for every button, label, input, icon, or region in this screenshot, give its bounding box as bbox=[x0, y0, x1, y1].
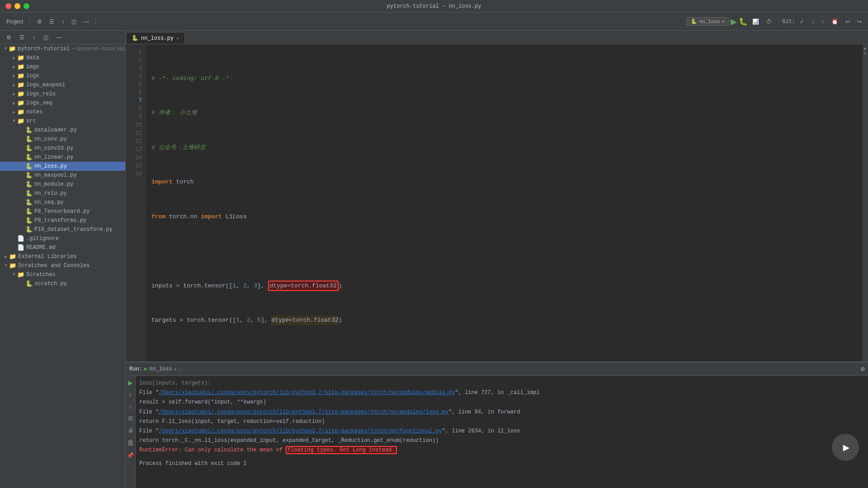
line-num-3: 3 bbox=[126, 64, 146, 72]
git-history-button[interactable]: ⏰ bbox=[829, 17, 841, 26]
console-line-1: File "/Users/xiaotudui/.conda/envs/pytor… bbox=[139, 388, 828, 398]
sidebar-item-nn-seq[interactable]: 🐍 nn_seq.py bbox=[0, 198, 125, 207]
sidebar-item-nn-relu[interactable]: 🐍 nn_relu.py bbox=[0, 189, 125, 198]
sort-button[interactable]: ↕ bbox=[59, 17, 67, 26]
sidebar-scroll-button[interactable]: ↕ bbox=[30, 33, 38, 42]
folder-icon-scratches: 📁 bbox=[17, 271, 24, 278]
sidebar-item-P10[interactable]: 🐍 P10_dataset_transform.py bbox=[0, 225, 125, 234]
sidebar-item-scratches-and-consoles[interactable]: ▼ 📁 Scratches and Consoles bbox=[0, 261, 125, 270]
run-label-area: Run: ▶ nn_loss ✕ bbox=[126, 366, 181, 372]
git-check-button[interactable]: ✓ bbox=[797, 17, 807, 26]
sidebar-label-src: src bbox=[26, 118, 36, 124]
git-update-button[interactable]: ↓ bbox=[809, 17, 817, 26]
code-line-9 bbox=[151, 351, 857, 359]
code-text-5a: torch.nn bbox=[165, 212, 201, 221]
py-icon-P9: 🐍 bbox=[25, 217, 33, 224]
coverage-button[interactable]: 📊 bbox=[750, 17, 762, 26]
sidebar-settings-button[interactable]: ⚙ bbox=[4, 33, 14, 42]
bottom-settings-button[interactable]: ⚙ bbox=[858, 365, 868, 374]
run-config-selector[interactable]: 🐍 nn_loss ▾ bbox=[687, 17, 729, 26]
code-editor[interactable]: 1 2 3 4 5 6 7 8 9 10 11 12 13 14 15 16 bbox=[126, 44, 868, 361]
sidebar-item-pytorch-tutorial[interactable]: ▼ 📁 pytorch-tutorial ~/pytorch-tutorial bbox=[0, 44, 125, 53]
sidebar-item-notes[interactable]: ▶ 📁 notes bbox=[0, 108, 125, 117]
minimize-window-button[interactable] bbox=[14, 3, 20, 9]
sidebar-label-nn-conv: nn_conv.py bbox=[34, 136, 67, 142]
console-link-functional[interactable]: /Users/xiaotudui/.conda/envs/pytorch/lib… bbox=[159, 428, 442, 434]
sidebar-item-data[interactable]: ▶ 📁 data bbox=[0, 53, 125, 62]
kw-from-5: from bbox=[151, 212, 165, 221]
list-view-button[interactable]: ☰ bbox=[47, 17, 57, 26]
sidebar-label-readme: README.md bbox=[26, 244, 56, 251]
run-print-button[interactable]: 🖨 bbox=[126, 426, 136, 435]
run-scroll-down-button[interactable]: ↓ bbox=[127, 402, 135, 411]
profile-button[interactable]: ⏱ bbox=[764, 17, 774, 26]
maximize-window-button[interactable] bbox=[24, 3, 29, 9]
sidebar-item-nn-loss[interactable]: 🐍 nn_loss.py bbox=[0, 162, 125, 171]
project-button[interactable]: Project bbox=[4, 17, 26, 26]
console-link-loss[interactable]: /Users/xiaotudui/.conda/envs/pytorch/lib… bbox=[159, 409, 448, 415]
sidebar-item-logs-seq[interactable]: ▶ 📁 logs_seq bbox=[0, 99, 125, 108]
sidebar-layout-button[interactable]: ☰ bbox=[17, 33, 27, 42]
tab-nn-loss[interactable]: 🐍 nn_loss.py ✕ bbox=[126, 32, 185, 44]
git-label: Git: bbox=[782, 19, 795, 25]
sidebar-label-logs-seq: logs_seq bbox=[26, 100, 52, 106]
sidebar-item-logs-maxpool[interactable]: ▶ 📁 logs_maxpool bbox=[0, 80, 125, 89]
main-area: ⚙ ☰ ↕ ◫ — ▼ 📁 pytorch-tutorial ~/pytorch… bbox=[0, 31, 868, 488]
sidebar-item-dataloader[interactable]: 🐍 dataloader.py bbox=[0, 126, 125, 135]
sidebar-item-imgs[interactable]: ▶ 📁 imgs bbox=[0, 62, 125, 71]
code-text-2: # 作者： 小土堆 bbox=[151, 108, 197, 117]
video-play-button[interactable]: ▶ bbox=[832, 434, 859, 461]
sidebar-item-scratch-py[interactable]: 🐍 scratch.py bbox=[0, 279, 125, 288]
redo-button[interactable]: ↪ bbox=[854, 17, 864, 26]
right-scrollbar[interactable]: ▲ 1 bbox=[863, 44, 868, 361]
run-section: 🐍 nn_loss ▾ ▶ 🐛 📊 ⏱ Git: ✓ ↓ ↑ ⏰ ↩ ↪ bbox=[687, 17, 864, 27]
git-push-button[interactable]: ↑ bbox=[819, 17, 827, 26]
sidebar-item-nn-conv2d[interactable]: 🐍 nn_conv2d.py bbox=[0, 144, 125, 153]
titlebar: pytorch-tutorial – nn_loss.py bbox=[0, 0, 868, 13]
tab-close-nn-loss[interactable]: ✕ bbox=[176, 36, 179, 41]
sidebar-item-P9[interactable]: 🐍 P9_transforms.py bbox=[0, 216, 125, 225]
py-icon-nn-seq: 🐍 bbox=[25, 199, 33, 206]
sidebar-item-nn-module[interactable]: 🐍 nn_module.py bbox=[0, 180, 125, 189]
run-clear-button[interactable]: 🗑 bbox=[126, 437, 137, 448]
settings-toolbar-button[interactable]: ⚙ bbox=[34, 17, 45, 26]
sidebar-expand-button[interactable]: ◫ bbox=[41, 33, 51, 42]
run-pin-button[interactable]: 📌 bbox=[126, 451, 137, 460]
run-tab-close[interactable]: ✕ bbox=[174, 366, 176, 372]
collapse-button[interactable]: — bbox=[81, 17, 92, 26]
line-num-14: 14 bbox=[126, 154, 146, 162]
run-button[interactable]: ▶ bbox=[731, 17, 737, 27]
undo-button[interactable]: ↩ bbox=[843, 17, 853, 26]
run-restart-button[interactable]: ▶ bbox=[126, 378, 136, 388]
sidebar-collapse-button[interactable]: — bbox=[54, 33, 65, 42]
py-tab-icon: 🐍 bbox=[132, 35, 138, 42]
line-num-9: 9 bbox=[126, 113, 146, 121]
sidebar-item-logs[interactable]: ▶ 📁 logs bbox=[0, 71, 125, 80]
sidebar-item-src[interactable]: ▼ 📁 src bbox=[0, 117, 125, 126]
sidebar-item-external-libraries[interactable]: ▶ 📁 External Libraries bbox=[0, 252, 125, 261]
sidebar-item-nn-conv[interactable]: 🐍 nn_conv.py bbox=[0, 135, 125, 144]
console-output: loss(inputs, targets): File "/Users/xiao… bbox=[136, 376, 832, 488]
folder-icon-logs: 📁 bbox=[17, 72, 24, 80]
sidebar-item-P8[interactable]: 🐍 P8_Tensorboard.py bbox=[0, 207, 125, 216]
py-icon-P10: 🐍 bbox=[25, 226, 33, 233]
file-tree: ▼ 📁 pytorch-tutorial ~/pytorch-tutorial … bbox=[0, 44, 125, 288]
sidebar-label-nn-conv2d: nn_conv2d.py bbox=[34, 145, 73, 151]
console-link-module[interactable]: /Users/xiaotudui/.conda/envs/pytorch/lib… bbox=[159, 389, 455, 396]
sidebar-item-gitignore[interactable]: 📄 .gitignore bbox=[0, 234, 125, 243]
sidebar-item-nn-maxpool[interactable]: 🐍 nn_maxpool.py bbox=[0, 171, 125, 180]
run-soft-wrap-button[interactable]: ⊡ bbox=[126, 414, 136, 423]
sidebar-item-scratches[interactable]: ▼ 📁 Scratches bbox=[0, 270, 125, 279]
sidebar-item-readme[interactable]: 📄 README.md bbox=[0, 243, 125, 252]
code-content[interactable]: # -*- coding: utf-8 -*- # 作者： 小土堆 # 公众号：… bbox=[146, 44, 863, 361]
debug-button[interactable]: 🐛 bbox=[739, 17, 748, 26]
close-window-button[interactable] bbox=[5, 3, 11, 9]
line-num-6: 6 bbox=[126, 89, 146, 97]
sidebar-label-nn-maxpool: nn_maxpool.py bbox=[34, 172, 77, 178]
expand-button[interactable]: ◫ bbox=[69, 17, 79, 26]
tab-bar: 🐍 nn_loss.py ✕ bbox=[126, 31, 868, 44]
sidebar-item-nn-linear[interactable]: 🐍 nn_linear.py bbox=[0, 153, 125, 162]
sidebar-item-logs-relu[interactable]: ▶ 📁 logs_relu bbox=[0, 89, 125, 99]
expand-arrow-scratches: ▼ bbox=[11, 272, 17, 277]
run-scroll-up-button[interactable]: ↑ bbox=[127, 390, 135, 399]
